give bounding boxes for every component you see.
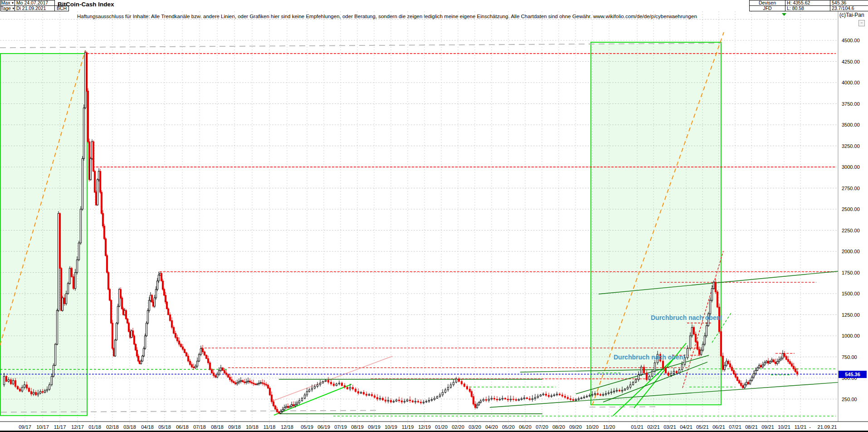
svg-text:1500.00: 1500.00 — [842, 291, 860, 296]
svg-text:04/18: 04/18 — [141, 424, 154, 430]
svg-text:04/21: 04/21 — [680, 424, 692, 430]
svg-text:12/18: 12/18 — [281, 424, 293, 430]
svg-text:02/21: 02/21 — [647, 424, 660, 430]
svg-text:750.00: 750.00 — [842, 354, 857, 360]
svg-text:01/20: 01/20 — [435, 424, 448, 430]
svg-text:05/21: 05/21 — [696, 424, 709, 430]
svg-text:3750.00: 3750.00 — [842, 101, 860, 107]
svg-text:06/21: 06/21 — [712, 424, 725, 430]
svg-text:3250.00: 3250.00 — [842, 143, 860, 149]
svg-text:2500.00: 2500.00 — [842, 206, 860, 212]
svg-text:11/19: 11/19 — [402, 424, 414, 430]
svg-text:05/20: 05/20 — [502, 424, 515, 430]
svg-text:3500.00: 3500.00 — [842, 122, 860, 128]
svg-text:4000.00: 4000.00 — [842, 80, 860, 85]
svg-text:2750.00: 2750.00 — [842, 186, 860, 191]
svg-text:06/18: 06/18 — [176, 424, 189, 430]
svg-text:10/21: 10/21 — [778, 424, 790, 430]
svg-text:03/21: 03/21 — [663, 424, 676, 430]
svg-text:4250.00: 4250.00 — [842, 59, 860, 64]
svg-text:08/20: 08/20 — [552, 424, 565, 430]
svg-text:07/19: 07/19 — [334, 424, 347, 430]
svg-text:4500.00: 4500.00 — [842, 38, 860, 43]
annotation-breakout-upper[interactable]: Durchbruch nach oben! — [651, 314, 722, 321]
svg-text:07/18: 07/18 — [193, 424, 206, 430]
svg-text:11/20: 11/20 — [603, 424, 615, 430]
svg-text:2000.00: 2000.00 — [842, 249, 860, 254]
axis-frame — [0, 11, 868, 432]
svg-text:01/21: 01/21 — [631, 424, 644, 430]
svg-text:08/19: 08/19 — [351, 424, 364, 430]
svg-text:11/21: 11/21 — [795, 424, 807, 430]
copyright-label: (c)Tai-Pan — [839, 12, 865, 18]
x-axis-end-dash: - — [809, 424, 811, 430]
svg-text:06/19: 06/19 — [317, 424, 330, 430]
svg-text:08/18: 08/18 — [211, 424, 224, 430]
svg-text:02/20: 02/20 — [452, 424, 464, 430]
svg-text:12/17: 12/17 — [71, 424, 84, 430]
svg-text:02/18: 02/18 — [106, 424, 119, 430]
svg-text:1000.00: 1000.00 — [842, 333, 860, 339]
svg-text:09/17: 09/17 — [19, 424, 31, 430]
svg-text:07/20: 07/20 — [536, 424, 548, 430]
chart-plot-area[interactable]: 250.00500.00750.001000.001250.001500.001… — [0, 0, 868, 432]
svg-text:11/17: 11/17 — [54, 424, 66, 430]
svg-text:06/20: 06/20 — [519, 424, 532, 430]
svg-text:05/18: 05/18 — [158, 424, 171, 430]
svg-text:05/19: 05/19 — [301, 424, 313, 430]
svg-text:2250.00: 2250.00 — [842, 228, 860, 233]
svg-text:250.00: 250.00 — [842, 397, 857, 402]
chart-window: Max▼ Mo 24.07.2017 Tage▼ Di 21.09.2021 B… — [0, 0, 868, 432]
svg-text:10/19: 10/19 — [385, 424, 397, 430]
sort-triangle-icon — [782, 13, 786, 16]
svg-text:09/19: 09/19 — [368, 424, 380, 430]
svg-text:08/21: 08/21 — [745, 424, 758, 430]
svg-text:10/17: 10/17 — [36, 424, 49, 430]
svg-text:1250.00: 1250.00 — [842, 312, 860, 318]
svg-text:11/18: 11/18 — [263, 424, 276, 430]
svg-text:3000.00: 3000.00 — [842, 164, 860, 170]
current-price-tag: 545.36 — [839, 371, 867, 378]
svg-text:12/19: 12/19 — [418, 424, 431, 430]
svg-text:07/21: 07/21 — [729, 424, 741, 430]
svg-text:03/18: 03/18 — [123, 424, 136, 430]
svg-text:03/20: 03/20 — [468, 424, 481, 430]
collapse-axis-button[interactable]: − — [858, 20, 865, 26]
svg-text:09/20: 09/20 — [569, 424, 582, 430]
svg-text:09/21: 09/21 — [761, 424, 774, 430]
svg-text:10/20: 10/20 — [586, 424, 599, 430]
annotation-breakout-lower[interactable]: Durchbruch nach oben! — [614, 353, 685, 361]
svg-text:01/18: 01/18 — [88, 424, 101, 430]
x-axis-labels: 09/1710/1711/1712/1701/1802/1803/1804/18… — [19, 424, 837, 430]
y-axis-labels: 250.00500.00750.001000.001250.001500.001… — [842, 38, 860, 402]
svg-text:1750.00: 1750.00 — [842, 270, 860, 275]
svg-text:10/18: 10/18 — [246, 424, 258, 430]
svg-text:04/20: 04/20 — [485, 424, 498, 430]
x-axis-end-date: 21.09.21 — [818, 424, 837, 430]
svg-text:09/18: 09/18 — [228, 424, 241, 430]
trend-boxes — [0, 42, 721, 416]
